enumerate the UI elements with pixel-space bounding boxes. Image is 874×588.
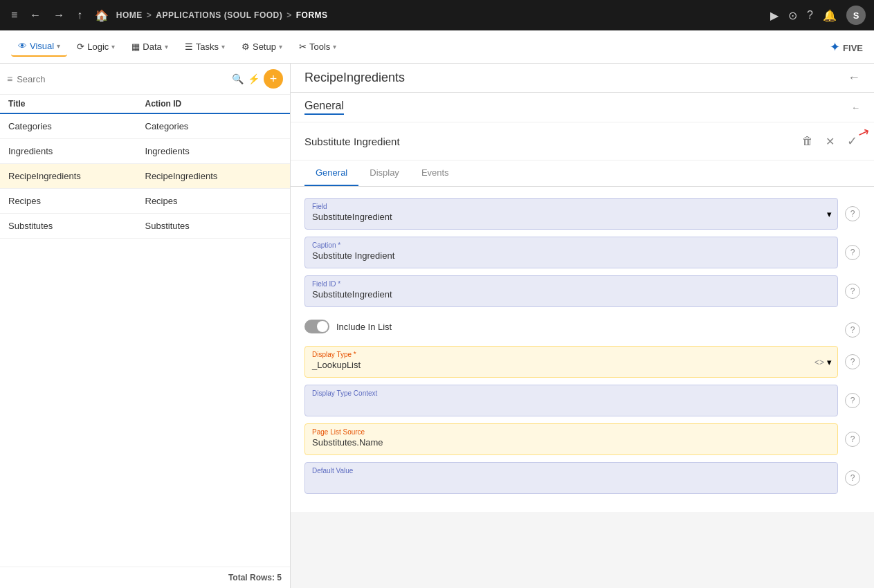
page-list-source-group: Page List Source Substitutes.Name ? [304,423,860,455]
sidebar-rows: CategoriesCategoriesIngredientsIngredien… [0,114,290,567]
field-label: Field [312,203,830,210]
data-icon: ▦ [131,42,140,52]
app-label[interactable]: APPLICATIONS (SOUL FOOD) [156,10,282,20]
display-type-context-container[interactable]: Display Type Context [304,385,838,416]
page-list-source-value: Substitutes.Name [312,437,830,448]
caption-value: Substitute Ingredient [312,250,830,261]
content-title: RecipeIngredients [304,71,405,85]
display-type-dropdown-icon[interactable]: ▾ [827,357,832,367]
setup-arrow: ▾ [279,43,282,50]
tab-general[interactable]: General [304,160,358,186]
sidebar-row[interactable]: RecipeIngredientsRecipeIngredients [0,164,290,189]
setup-icon: ⚙ [242,42,250,52]
home-icon: 🏠 [92,6,112,25]
visual-icon: 👁 [18,41,27,51]
display-type-wrap: Display Type * _LookupList <> ▾ [304,346,838,378]
logic-arrow: ▾ [111,43,115,50]
delete-button[interactable]: 🗑 [799,132,816,150]
content-back-icon[interactable]: ← [848,71,860,85]
display-type-value: _LookupList [312,360,830,370]
toolbar-data[interactable]: ▦ Data ▾ [125,37,174,56]
bell-icon[interactable]: 🔔 [823,9,837,22]
display-type-context-label: Display Type Context [312,389,830,397]
red-arrow-icon: ↗ [855,122,872,142]
sidebar-row-title: Substitutes [8,221,145,231]
field-value: SubstituteIngredient [312,212,830,222]
tab-events[interactable]: Events [410,160,460,186]
fieldid-help-icon[interactable]: ? [845,284,860,299]
default-value-container[interactable]: Default Value [304,462,838,494]
caption-field-container[interactable]: Caption * Substitute Ingredient [304,237,838,268]
help-nav-icon[interactable]: ? [807,9,813,21]
page-list-source-help-icon[interactable]: ? [845,432,860,447]
display-type-label: Display Type * [312,351,830,358]
display-type-help-icon[interactable]: ? [845,354,860,369]
field-help-icon[interactable]: ? [845,206,860,221]
flash-icon[interactable]: ⚡ [248,73,260,84]
code-icon[interactable]: <> [814,357,824,367]
form-panel: Substitute Ingredient 🗑 ✕ ✓ ↗ General Di… [291,122,874,512]
general-back-icon[interactable]: ← [851,102,860,113]
home-label[interactable]: HOME [116,10,143,20]
forms-label[interactable]: FORMS [296,10,328,20]
tabs: General Display Events [291,160,874,187]
page-list-source-wrap: Page List Source Substitutes.Name [304,423,838,455]
sidebar-row-action-id: RecipeIngredients [145,171,282,181]
menu-icon[interactable]: ≡ [8,6,20,24]
breadcrumb: 🏠 HOME > APPLICATIONS (SOUL FOOD) > FORM… [92,6,327,25]
sidebar-row-title: RecipeIngredients [8,171,145,181]
sidebar-row[interactable]: SubstitutesSubstitutes [0,214,290,239]
add-button[interactable]: + [264,69,283,89]
form-title: Substitute Ingredient [304,136,799,147]
default-value-label: Default Value [312,467,830,475]
sidebar-menu-icon[interactable]: ≡ [7,73,12,84]
default-value-help-icon[interactable]: ? [845,470,860,486]
general-panel-title: General [304,100,344,115]
caption-help-icon[interactable]: ? [845,245,860,260]
toolbar-tasks[interactable]: ☰ Tasks ▾ [178,37,232,56]
play-icon[interactable]: ▶ [770,9,779,22]
chevron-down-icon: ▾ [827,209,832,219]
search-nav-icon[interactable]: ⊙ [788,9,797,22]
main-layout: ≡ 🔍 ⚡ + Title Action ID CategoriesCatego… [0,64,874,588]
tab-display[interactable]: Display [358,160,410,186]
page-list-source-container[interactable]: Page List Source Substitutes.Name [304,423,838,455]
sidebar: ≡ 🔍 ⚡ + Title Action ID CategoriesCatego… [0,64,291,588]
field-field-group: Field SubstituteIngredient ▾ ? [304,198,860,230]
tools-arrow: ▾ [333,43,336,50]
search-icon[interactable]: 🔍 [232,73,244,84]
fieldid-field-group: Field ID * SubstituteIngredient ? [304,275,860,307]
display-type-actions: <> ▾ [814,357,832,367]
confirm-button[interactable]: ✓ ↗ [844,131,860,151]
content-header: RecipeIngredients ← [291,64,874,93]
sidebar-search: ≡ 🔍 ⚡ + [0,64,290,95]
back-icon[interactable]: ← [27,6,44,24]
toolbar-visual[interactable]: 👁 Visual ▾ [11,37,67,57]
display-type-context-help-icon[interactable]: ? [845,393,860,408]
include-help-icon[interactable]: ? [845,322,860,338]
sidebar-row[interactable]: RecipesRecipes [0,189,290,214]
sidebar-row-title: Recipes [8,196,145,206]
close-button[interactable]: ✕ [823,132,837,151]
sidebar-row[interactable]: IngredientsIngredients [0,139,290,164]
caption-field-group: Caption * Substitute Ingredient ? [304,237,860,268]
avatar[interactable]: S [846,6,866,25]
default-value-wrap: Default Value [304,462,838,494]
field-dropdown-btn[interactable]: ▾ [827,209,832,219]
search-input[interactable] [17,74,228,84]
toolbar-setup[interactable]: ⚙ Setup ▾ [235,37,289,56]
logic-icon: ⟳ [77,42,84,52]
sidebar-row[interactable]: CategoriesCategories [0,114,290,139]
include-in-list-toggle[interactable] [304,320,329,333]
toolbar-logic[interactable]: ⟳ Logic ▾ [70,37,122,56]
forward-icon[interactable]: → [51,6,67,24]
fieldid-field-container[interactable]: Field ID * SubstituteIngredient [304,275,838,307]
sidebar-row-action-id: Ingredients [145,146,282,156]
up-icon[interactable]: ↑ [74,6,85,24]
caption-label: Caption * [312,241,830,249]
col-title: Title [8,99,145,109]
fieldid-label: Field ID * [312,280,830,288]
caption-wrap: Caption * Substitute Ingredient [304,237,838,268]
toolbar-tools[interactable]: ✂ Tools ▾ [292,37,343,56]
tools-icon: ✂ [299,42,307,52]
